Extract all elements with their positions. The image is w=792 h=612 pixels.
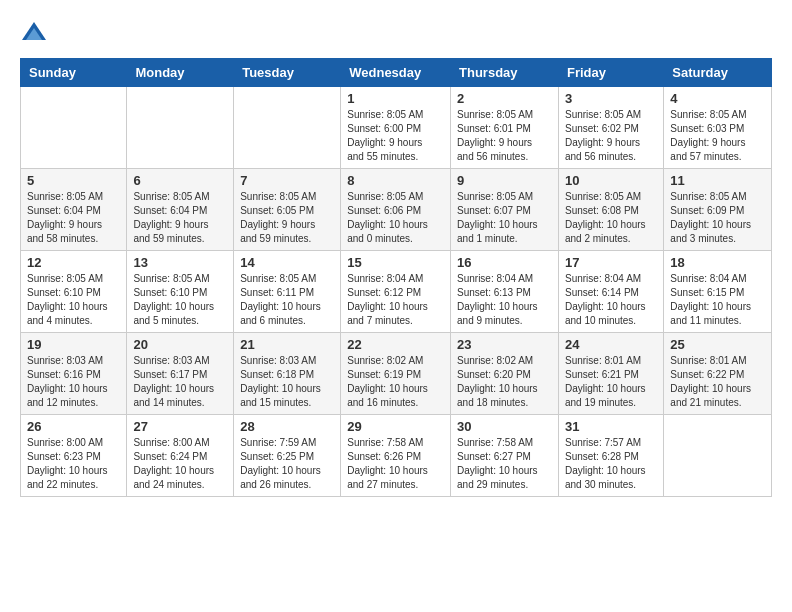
calendar-cell: 18Sunrise: 8:04 AM Sunset: 6:15 PM Dayli… (664, 251, 772, 333)
calendar-header-saturday: Saturday (664, 59, 772, 87)
calendar-cell: 23Sunrise: 8:02 AM Sunset: 6:20 PM Dayli… (451, 333, 559, 415)
calendar-cell: 28Sunrise: 7:59 AM Sunset: 6:25 PM Dayli… (234, 415, 341, 497)
calendar-header-tuesday: Tuesday (234, 59, 341, 87)
calendar-cell: 16Sunrise: 8:04 AM Sunset: 6:13 PM Dayli… (451, 251, 559, 333)
day-info: Sunrise: 8:05 AM Sunset: 6:03 PM Dayligh… (670, 108, 765, 164)
day-info: Sunrise: 8:01 AM Sunset: 6:22 PM Dayligh… (670, 354, 765, 410)
day-info: Sunrise: 7:58 AM Sunset: 6:27 PM Dayligh… (457, 436, 552, 492)
day-info: Sunrise: 8:05 AM Sunset: 6:10 PM Dayligh… (27, 272, 120, 328)
calendar-cell: 6Sunrise: 8:05 AM Sunset: 6:04 PM Daylig… (127, 169, 234, 251)
day-number: 26 (27, 419, 120, 434)
calendar-cell: 8Sunrise: 8:05 AM Sunset: 6:06 PM Daylig… (341, 169, 451, 251)
calendar-cell: 9Sunrise: 8:05 AM Sunset: 6:07 PM Daylig… (451, 169, 559, 251)
calendar-week-5: 26Sunrise: 8:00 AM Sunset: 6:23 PM Dayli… (21, 415, 772, 497)
day-info: Sunrise: 7:57 AM Sunset: 6:28 PM Dayligh… (565, 436, 657, 492)
calendar-cell: 5Sunrise: 8:05 AM Sunset: 6:04 PM Daylig… (21, 169, 127, 251)
day-info: Sunrise: 8:05 AM Sunset: 6:04 PM Dayligh… (27, 190, 120, 246)
day-number: 18 (670, 255, 765, 270)
calendar-cell: 15Sunrise: 8:04 AM Sunset: 6:12 PM Dayli… (341, 251, 451, 333)
calendar-cell: 11Sunrise: 8:05 AM Sunset: 6:09 PM Dayli… (664, 169, 772, 251)
day-info: Sunrise: 8:03 AM Sunset: 6:18 PM Dayligh… (240, 354, 334, 410)
calendar-cell: 25Sunrise: 8:01 AM Sunset: 6:22 PM Dayli… (664, 333, 772, 415)
day-number: 25 (670, 337, 765, 352)
day-number: 10 (565, 173, 657, 188)
calendar-cell: 29Sunrise: 7:58 AM Sunset: 6:26 PM Dayli… (341, 415, 451, 497)
day-number: 23 (457, 337, 552, 352)
day-number: 4 (670, 91, 765, 106)
day-info: Sunrise: 8:05 AM Sunset: 6:02 PM Dayligh… (565, 108, 657, 164)
day-info: Sunrise: 8:05 AM Sunset: 6:08 PM Dayligh… (565, 190, 657, 246)
day-info: Sunrise: 8:03 AM Sunset: 6:16 PM Dayligh… (27, 354, 120, 410)
day-number: 27 (133, 419, 227, 434)
day-number: 29 (347, 419, 444, 434)
day-number: 9 (457, 173, 552, 188)
day-info: Sunrise: 8:04 AM Sunset: 6:13 PM Dayligh… (457, 272, 552, 328)
day-number: 3 (565, 91, 657, 106)
calendar-cell: 17Sunrise: 8:04 AM Sunset: 6:14 PM Dayli… (558, 251, 663, 333)
day-info: Sunrise: 7:58 AM Sunset: 6:26 PM Dayligh… (347, 436, 444, 492)
calendar-header-wednesday: Wednesday (341, 59, 451, 87)
calendar-cell: 26Sunrise: 8:00 AM Sunset: 6:23 PM Dayli… (21, 415, 127, 497)
day-info: Sunrise: 7:59 AM Sunset: 6:25 PM Dayligh… (240, 436, 334, 492)
day-number: 5 (27, 173, 120, 188)
calendar-cell: 21Sunrise: 8:03 AM Sunset: 6:18 PM Dayli… (234, 333, 341, 415)
day-info: Sunrise: 8:04 AM Sunset: 6:15 PM Dayligh… (670, 272, 765, 328)
day-info: Sunrise: 8:05 AM Sunset: 6:09 PM Dayligh… (670, 190, 765, 246)
calendar-cell: 13Sunrise: 8:05 AM Sunset: 6:10 PM Dayli… (127, 251, 234, 333)
calendar-header-monday: Monday (127, 59, 234, 87)
day-number: 20 (133, 337, 227, 352)
calendar-cell: 3Sunrise: 8:05 AM Sunset: 6:02 PM Daylig… (558, 87, 663, 169)
day-info: Sunrise: 8:05 AM Sunset: 6:04 PM Dayligh… (133, 190, 227, 246)
page-header (20, 20, 772, 48)
day-number: 2 (457, 91, 552, 106)
day-number: 21 (240, 337, 334, 352)
day-info: Sunrise: 8:01 AM Sunset: 6:21 PM Dayligh… (565, 354, 657, 410)
calendar-cell: 14Sunrise: 8:05 AM Sunset: 6:11 PM Dayli… (234, 251, 341, 333)
calendar-table: SundayMondayTuesdayWednesdayThursdayFrid… (20, 58, 772, 497)
day-info: Sunrise: 8:02 AM Sunset: 6:20 PM Dayligh… (457, 354, 552, 410)
day-number: 11 (670, 173, 765, 188)
day-info: Sunrise: 8:00 AM Sunset: 6:24 PM Dayligh… (133, 436, 227, 492)
day-number: 14 (240, 255, 334, 270)
day-info: Sunrise: 8:04 AM Sunset: 6:14 PM Dayligh… (565, 272, 657, 328)
day-info: Sunrise: 8:05 AM Sunset: 6:01 PM Dayligh… (457, 108, 552, 164)
day-number: 17 (565, 255, 657, 270)
calendar-week-4: 19Sunrise: 8:03 AM Sunset: 6:16 PM Dayli… (21, 333, 772, 415)
day-info: Sunrise: 8:05 AM Sunset: 6:07 PM Dayligh… (457, 190, 552, 246)
calendar-cell: 24Sunrise: 8:01 AM Sunset: 6:21 PM Dayli… (558, 333, 663, 415)
calendar-cell: 12Sunrise: 8:05 AM Sunset: 6:10 PM Dayli… (21, 251, 127, 333)
calendar-cell (127, 87, 234, 169)
day-info: Sunrise: 8:05 AM Sunset: 6:00 PM Dayligh… (347, 108, 444, 164)
day-number: 8 (347, 173, 444, 188)
calendar-cell (664, 415, 772, 497)
day-info: Sunrise: 8:04 AM Sunset: 6:12 PM Dayligh… (347, 272, 444, 328)
calendar-cell (21, 87, 127, 169)
calendar-cell: 7Sunrise: 8:05 AM Sunset: 6:05 PM Daylig… (234, 169, 341, 251)
calendar-cell: 1Sunrise: 8:05 AM Sunset: 6:00 PM Daylig… (341, 87, 451, 169)
day-number: 24 (565, 337, 657, 352)
calendar-cell: 2Sunrise: 8:05 AM Sunset: 6:01 PM Daylig… (451, 87, 559, 169)
calendar-cell: 27Sunrise: 8:00 AM Sunset: 6:24 PM Dayli… (127, 415, 234, 497)
calendar-week-3: 12Sunrise: 8:05 AM Sunset: 6:10 PM Dayli… (21, 251, 772, 333)
calendar-cell: 20Sunrise: 8:03 AM Sunset: 6:17 PM Dayli… (127, 333, 234, 415)
calendar-cell: 30Sunrise: 7:58 AM Sunset: 6:27 PM Dayli… (451, 415, 559, 497)
day-number: 12 (27, 255, 120, 270)
calendar-header-thursday: Thursday (451, 59, 559, 87)
day-info: Sunrise: 8:05 AM Sunset: 6:11 PM Dayligh… (240, 272, 334, 328)
logo-icon (20, 20, 48, 48)
day-number: 16 (457, 255, 552, 270)
day-number: 19 (27, 337, 120, 352)
day-number: 6 (133, 173, 227, 188)
logo (20, 20, 52, 48)
day-info: Sunrise: 8:03 AM Sunset: 6:17 PM Dayligh… (133, 354, 227, 410)
day-info: Sunrise: 8:05 AM Sunset: 6:10 PM Dayligh… (133, 272, 227, 328)
day-number: 31 (565, 419, 657, 434)
day-number: 28 (240, 419, 334, 434)
calendar-cell: 4Sunrise: 8:05 AM Sunset: 6:03 PM Daylig… (664, 87, 772, 169)
calendar-cell: 31Sunrise: 7:57 AM Sunset: 6:28 PM Dayli… (558, 415, 663, 497)
calendar-week-1: 1Sunrise: 8:05 AM Sunset: 6:00 PM Daylig… (21, 87, 772, 169)
day-info: Sunrise: 8:05 AM Sunset: 6:06 PM Dayligh… (347, 190, 444, 246)
day-info: Sunrise: 8:05 AM Sunset: 6:05 PM Dayligh… (240, 190, 334, 246)
calendar-header-sunday: Sunday (21, 59, 127, 87)
day-number: 7 (240, 173, 334, 188)
